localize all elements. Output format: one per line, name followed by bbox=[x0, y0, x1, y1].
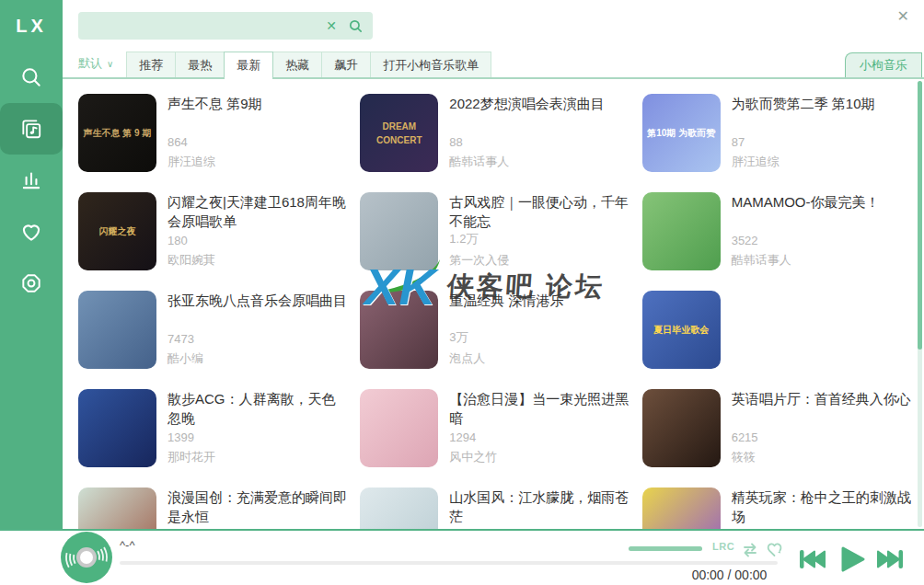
playlist-card[interactable]: 散步ACG：人群离散，天色忽晚 1399 那时花开 bbox=[78, 389, 347, 467]
playlist-cover bbox=[642, 389, 721, 467]
playlist-author: 胖汪追综 bbox=[167, 154, 347, 170]
playlist-title: 【治愈日漫】当一束光照进黑暗 bbox=[449, 389, 629, 428]
playlist-info: 山水国风：江水朦胧，烟雨苍茫 bbox=[449, 488, 629, 529]
player-status-text: ^-^ bbox=[120, 538, 135, 552]
cover-label: 闪耀之夜 bbox=[96, 224, 140, 238]
sidebar: LX bbox=[0, 0, 63, 529]
search-box[interactable]: ✕ bbox=[78, 12, 373, 40]
playlist-play-count: 6215 bbox=[732, 430, 911, 444]
board-label: 默认 bbox=[78, 55, 102, 72]
tab-item[interactable]: 最新 bbox=[224, 52, 273, 77]
playlist-play-count: 7473 bbox=[167, 332, 347, 346]
cover-label: 夏日毕业歌会 bbox=[650, 323, 712, 337]
playlist-play-count: 180 bbox=[167, 234, 347, 247]
playlist-card[interactable]: 重温经典 深情港乐 3万 泡点人 bbox=[360, 291, 629, 369]
sidebar-item-songlist[interactable] bbox=[0, 103, 63, 155]
previous-track-icon[interactable] bbox=[799, 549, 826, 569]
app-window: LX bbox=[0, 0, 924, 585]
playlist-info: 【治愈日漫】当一束光照进黑暗 1294 风中之竹 bbox=[449, 389, 629, 467]
playlist-info: 为歌而赞第二季 第10期 87 胖汪追综 bbox=[732, 94, 911, 172]
tab-item[interactable]: 最热 bbox=[175, 52, 225, 77]
playlist-author: 筱筱 bbox=[732, 449, 911, 465]
playlist-cover bbox=[78, 389, 156, 467]
playlist-author: 风中之竹 bbox=[449, 449, 629, 465]
playlist-cover bbox=[642, 192, 721, 270]
playlist-card[interactable]: 第10期 为歌而赞 为歌而赞第二季 第10期 87 胖汪追综 bbox=[642, 94, 911, 172]
playlist-card[interactable]: MAMAMOO-你最完美！ 3522 酷韩话事人 bbox=[642, 192, 911, 270]
playlist-info: 浪漫国创：充满爱意的瞬间即是永恒 bbox=[167, 488, 347, 529]
playlist-cover: 闪耀之夜 bbox=[78, 192, 156, 270]
play-icon[interactable] bbox=[838, 545, 866, 573]
cover-label: DREAM CONCERT bbox=[360, 120, 438, 147]
playlist-play-count: 864 bbox=[167, 135, 347, 149]
next-track-icon[interactable] bbox=[876, 549, 904, 569]
playlist-author: 酷韩话事人 bbox=[732, 252, 911, 269]
playlist-card[interactable]: DREAM CONCERT 2022梦想演唱会表演曲目 88 酷韩话事人 bbox=[360, 94, 629, 172]
scrollbar-track bbox=[918, 81, 922, 527]
playlist-cover bbox=[360, 291, 438, 369]
tab-source[interactable]: 小枸音乐 bbox=[845, 52, 922, 77]
close-icon[interactable]: ✕ bbox=[897, 7, 909, 25]
playlist-card[interactable]: 张亚东晚八点音乐会原唱曲目 7473 酷小编 bbox=[78, 291, 347, 369]
playlist-title: 闪耀之夜|天津建卫618周年晚会原唱歌单 bbox=[167, 192, 347, 231]
sidebar-item-settings[interactable] bbox=[0, 258, 63, 309]
progress-bar[interactable] bbox=[120, 561, 778, 565]
playback-time: 00:00 / 00:00 bbox=[676, 568, 782, 582]
playlist-card[interactable]: 英语唱片厅：首首经典入你心 6215 筱筱 bbox=[642, 389, 911, 467]
playlist-info: 闪耀之夜|天津建卫618周年晚会原唱歌单 180 欧阳婉萁 bbox=[167, 192, 347, 270]
sidebar-item-favorites[interactable] bbox=[0, 206, 63, 258]
clear-search-icon[interactable]: ✕ bbox=[326, 18, 337, 33]
leaderboard-icon bbox=[19, 168, 43, 192]
playlist-title: 山水国风：江水朦胧，烟雨苍茫 bbox=[449, 488, 629, 526]
playlist-title: 浪漫国创：充满爱意的瞬间即是永恒 bbox=[167, 488, 347, 526]
search-icon[interactable] bbox=[348, 18, 364, 34]
search-input[interactable] bbox=[87, 18, 326, 33]
tab-item[interactable]: 打开小枸音乐歌单 bbox=[370, 52, 491, 77]
lrc-toggle[interactable]: LRC bbox=[712, 541, 734, 552]
chevron-down-icon: ∨ bbox=[107, 59, 113, 69]
volume-slider[interactable] bbox=[629, 546, 702, 551]
playlist-card[interactable]: 【治愈日漫】当一束光照进黑暗 1294 风中之竹 bbox=[360, 389, 629, 467]
playlist-cover: DREAM CONCERT bbox=[360, 94, 438, 172]
playlist-title: 2022梦想演唱会表演曲目 bbox=[449, 94, 629, 113]
playlist-author: 欧阳婉萁 bbox=[167, 252, 347, 269]
playlist-card[interactable]: 闪耀之夜 闪耀之夜|天津建卫618周年晚会原唱歌单 180 欧阳婉萁 bbox=[78, 192, 347, 270]
playlist-card[interactable]: 山水国风：江水朦胧，烟雨苍茫 bbox=[360, 488, 629, 529]
playlist-play-count: 3万 bbox=[449, 329, 629, 346]
board-dropdown[interactable]: 默认 ∨ bbox=[78, 55, 113, 72]
playlist-author: 胖汪追综 bbox=[732, 154, 911, 170]
playlist-card[interactable]: 夏日毕业歌会 bbox=[642, 291, 911, 369]
playlist-title: MAMAMOO-你最完美！ bbox=[732, 192, 911, 212]
playlist-card[interactable]: 浪漫国创：充满爱意的瞬间即是永恒 bbox=[78, 488, 347, 529]
playlist-cover: 声生不息 第 9 期 bbox=[78, 94, 156, 172]
playlist-play-count: 1294 bbox=[449, 430, 629, 444]
playlist-card[interactable]: 精英玩家：枪中之王的刺激战场 bbox=[642, 488, 911, 529]
playlist-card[interactable]: 声生不息 第 9 期 声生不息 第9期 864 胖汪追综 bbox=[78, 94, 347, 172]
playlist-cover bbox=[78, 488, 156, 529]
playlist-cover bbox=[78, 291, 156, 369]
sidebar-item-leaderboard[interactable] bbox=[0, 155, 63, 206]
scrollbar-thumb[interactable] bbox=[918, 81, 922, 350]
playlist-play-count: 88 bbox=[449, 135, 629, 149]
playlist-info bbox=[732, 291, 911, 369]
tab-item[interactable]: 热藏 bbox=[272, 52, 322, 77]
playlist-author: 酷小编 bbox=[167, 350, 347, 367]
heart-icon bbox=[19, 220, 43, 244]
tabbar: 默认 ∨ 推荐最热最新热藏飙升打开小枸音乐歌单 小枸音乐 bbox=[63, 52, 924, 79]
playlist-info: 重温经典 深情港乐 3万 泡点人 bbox=[449, 291, 629, 369]
playlist-author: 第一次入侵 bbox=[449, 252, 629, 269]
tab-item[interactable]: 飙升 bbox=[321, 52, 371, 77]
single-loop-icon[interactable] bbox=[766, 541, 783, 558]
settings-icon bbox=[19, 271, 43, 295]
playlist-title: 散步ACG：人群离散，天色忽晚 bbox=[167, 389, 347, 428]
playlist-title: 古风戏腔｜一眼便心动，千年不能忘 bbox=[449, 192, 629, 231]
tab-item[interactable]: 推荐 bbox=[126, 52, 176, 77]
cover-label: 声生不息 第 9 期 bbox=[80, 126, 156, 140]
sidebar-item-search[interactable] bbox=[0, 52, 63, 103]
playlist-cover: 第10期 为歌而赞 bbox=[642, 94, 721, 172]
playlist-title: 精英玩家：枪中之王的刺激战场 bbox=[732, 488, 911, 526]
playlist-info: 英语唱片厅：首首经典入你心 6215 筱筱 bbox=[732, 389, 911, 467]
repeat-icon[interactable] bbox=[741, 542, 759, 558]
playlist-info: 2022梦想演唱会表演曲目 88 酷韩话事人 bbox=[449, 94, 629, 172]
disc-icon[interactable] bbox=[61, 532, 112, 583]
